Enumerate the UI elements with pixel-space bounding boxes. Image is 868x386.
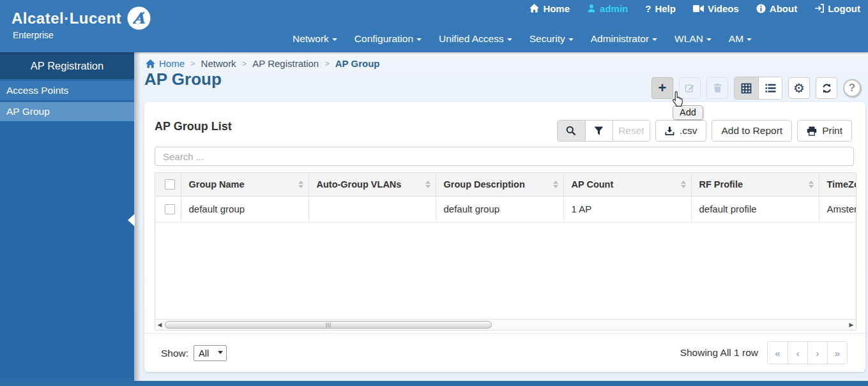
chevron-down-icon (416, 38, 422, 41)
top-header: Alcatel·Lucent A Enterprise Home admin ?… (0, 0, 868, 52)
column-group-description[interactable]: Group Description (436, 173, 563, 196)
ap-group-list-card: AP Group List Reset .csv Add to Repo (144, 102, 865, 372)
scroll-right-arrow-icon[interactable]: ▶ (848, 320, 855, 330)
home-icon (146, 59, 155, 68)
search-button[interactable] (558, 121, 585, 141)
cell-auto-group-vlans (308, 196, 436, 222)
filter-button[interactable] (585, 121, 613, 141)
nav-am[interactable]: AM (729, 33, 752, 45)
sidebar-item-ap-group[interactable]: AP Group (0, 102, 134, 121)
breadcrumb-separator: > (242, 59, 247, 68)
bottom-accent-bar (0, 381, 868, 386)
breadcrumb-ap-registration-link[interactable]: AP Registration (252, 58, 319, 69)
select-all-header (155, 173, 181, 196)
add-tooltip: Add (673, 105, 703, 120)
show-rows-control: Show: All (161, 345, 227, 361)
sort-icon[interactable] (553, 181, 558, 188)
logout-icon (814, 4, 824, 13)
mouse-cursor-icon (671, 91, 685, 107)
alcatel-lucent-logo-icon: A (127, 6, 151, 30)
user-icon (587, 4, 596, 13)
column-auto-group-vlans[interactable]: Auto-Group VLANs (308, 173, 436, 196)
nav-wlan[interactable]: WLAN (674, 33, 712, 45)
question-icon: ? (645, 3, 651, 14)
column-ap-count[interactable]: AP Count (563, 173, 691, 196)
column-group-name[interactable]: Group Name (181, 173, 308, 196)
nav-network[interactable]: Network (293, 33, 337, 45)
trash-icon (713, 83, 722, 93)
csv-export-button[interactable]: .csv (655, 120, 707, 142)
sort-icon[interactable] (425, 181, 430, 188)
printer-icon (807, 126, 817, 136)
cell-group-name: default group (181, 196, 308, 222)
cell-timezone: Amsterdam (819, 196, 857, 222)
download-icon (665, 126, 674, 136)
utility-about-link[interactable]: About (756, 3, 797, 14)
nav-configuration[interactable]: Configuration (354, 33, 422, 45)
prev-page-button[interactable]: ‹ (788, 342, 807, 364)
view-toggle-group (734, 77, 782, 100)
add-button[interactable]: + (651, 77, 673, 99)
show-rows-select[interactable]: All (194, 345, 227, 361)
brand-name: Alcatel·Lucent (11, 10, 121, 27)
utility-logout-link[interactable]: Logout (814, 3, 860, 14)
breadcrumb-home-link[interactable]: Home (146, 58, 185, 69)
utility-home-link[interactable]: Home (529, 3, 570, 14)
pagination: « ‹ › » (767, 341, 848, 364)
search-input[interactable] (155, 147, 854, 166)
grid-view-button[interactable] (735, 77, 758, 99)
sort-icon[interactable] (298, 181, 303, 188)
list-view-button[interactable] (758, 77, 782, 99)
column-timezone[interactable]: TimeZone (819, 173, 857, 196)
nav-administrator[interactable]: Administrator (591, 33, 657, 45)
utility-admin-link[interactable]: admin (587, 3, 628, 14)
chevron-down-icon (652, 38, 657, 41)
sort-icon[interactable] (809, 181, 814, 188)
reset-button[interactable]: Reset (613, 121, 650, 141)
page-title: AP Group (144, 70, 222, 89)
breadcrumb-current: AP Group (335, 58, 380, 69)
scroll-left-arrow-icon[interactable]: ◀ (156, 320, 164, 330)
print-button[interactable]: Print (797, 120, 852, 142)
table-row[interactable]: default group default group 1 AP default… (155, 196, 857, 222)
next-page-button[interactable]: › (807, 342, 827, 364)
row-checkbox[interactable] (165, 204, 175, 214)
question-icon: ? (849, 82, 855, 94)
select-all-checkbox[interactable] (165, 179, 175, 189)
help-button[interactable]: ? (843, 79, 861, 97)
card-footer: Show: All Showing All 1 row « ‹ › » (144, 333, 865, 372)
scrollbar-grip-icon (326, 323, 331, 327)
brand-subtitle: Enterprise (11, 30, 151, 40)
utility-help-link[interactable]: ? Help (645, 3, 676, 14)
scrollbar-thumb[interactable] (165, 321, 492, 329)
edit-pencil-icon (685, 83, 695, 93)
info-icon (756, 4, 766, 13)
utility-nav: Home admin ? Help Videos About Logout (529, 1, 860, 15)
nav-security[interactable]: Security (529, 33, 574, 45)
add-to-report-button[interactable]: Add to Report (712, 120, 792, 142)
first-page-button[interactable]: « (768, 342, 788, 364)
settings-button[interactable]: ⚙ (788, 77, 810, 99)
last-page-button[interactable]: » (827, 342, 847, 364)
brand-logo: Alcatel·Lucent A Enterprise (11, 6, 151, 40)
breadcrumb-network-link[interactable]: Network (201, 58, 236, 69)
delete-button[interactable] (706, 77, 728, 99)
chevron-down-icon (507, 38, 512, 41)
show-label: Show: (161, 348, 188, 359)
breadcrumb-separator: > (324, 59, 330, 68)
sort-icon[interactable] (681, 181, 686, 188)
breadcrumb: Home > Network > AP Registration > AP Gr… (146, 58, 380, 69)
sidebar-item-access-points[interactable]: Access Points (0, 81, 134, 100)
utility-videos-link[interactable]: Videos (693, 3, 739, 14)
breadcrumb-separator: > (190, 59, 195, 68)
chevron-down-icon (332, 38, 337, 41)
sidebar-edge-shadow (134, 52, 141, 381)
list-title: AP Group List (155, 120, 232, 133)
chevron-down-icon (747, 38, 752, 41)
horizontal-scrollbar: ◀ ▶ (155, 319, 856, 330)
refresh-button[interactable] (816, 77, 837, 99)
sidebar-collapse-icon[interactable] (128, 214, 135, 226)
nav-unified-access[interactable]: Unified Access (439, 33, 512, 45)
cell-ap-count: 1 AP (563, 196, 691, 222)
column-rf-profile[interactable]: RF Profile (691, 173, 819, 196)
